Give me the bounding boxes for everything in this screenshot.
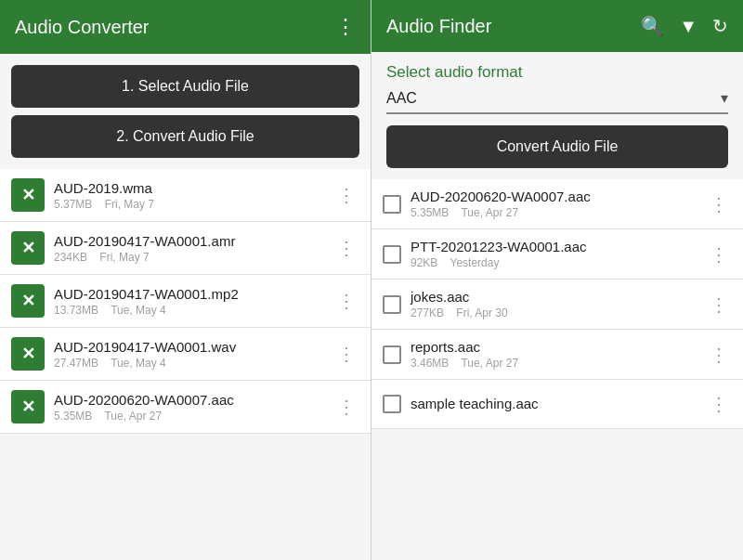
right-file-name: sample teaching.aac [411,396,697,411]
file-checkbox[interactable] [383,245,401,264]
file-name: AUD-20190417-WA0001.amr [54,233,324,249]
file-meta: 27.47MB Tue, May 4 [54,357,324,370]
refresh-icon[interactable]: ↻ [712,15,728,37]
left-buttons: 1. Select Audio File 2. Convert Audio Fi… [0,54,371,162]
file-meta: 5.37MB Fri, May 7 [54,198,324,211]
select-audio-button[interactable]: 1. Select Audio File [11,65,359,108]
file-info: AUD-2019.wma 5.37MB Fri, May 7 [54,180,324,211]
list-item: ✕ AUD-20200620-WA0007.aac 5.35MB Tue, Ap… [0,381,371,434]
file-more-icon[interactable]: ⋮ [706,389,732,419]
list-item: reports.aac 3.46MB Tue, Apr 27 ⋮ [372,330,743,380]
right-file-meta: 92KB Yesterday [411,256,697,269]
file-icon: ✕ [11,337,45,371]
right-file-name: PTT-20201223-WA0001.aac [411,239,697,254]
left-panel: Audio Converter ⋮ 1. Select Audio File 2… [0,0,372,560]
right-header: Audio Finder 🔍 ▼ ↻ [372,0,743,52]
right-file-info: PTT-20201223-WA0001.aac 92KB Yesterday [411,239,697,269]
right-file-info: AUD-20200620-WA0007.aac 5.35MB Tue, Apr … [411,189,697,219]
file-name: AUD-20200620-WA0007.aac [54,392,324,408]
file-info: AUD-20190417-WA0001.amr 234KB Fri, May 7 [54,233,324,264]
right-file-info: reports.aac 3.46MB Tue, Apr 27 [411,339,697,370]
right-file-meta: 3.46MB Tue, Apr 27 [411,357,697,370]
file-name: AUD-2019.wma [54,180,324,196]
file-checkbox[interactable] [383,295,401,314]
right-file-meta: 277KB Fri, Apr 30 [411,306,697,319]
file-checkbox[interactable] [383,395,401,413]
chevron-down-icon: ▾ [721,89,728,107]
convert-audio-button-left[interactable]: 2. Convert Audio File [11,115,359,158]
right-file-list: AUD-20200620-WA0007.aac 5.35MB Tue, Apr … [372,179,743,560]
left-panel-title: Audio Converter [15,17,150,38]
format-label: Select audio format [386,63,728,82]
file-icon: ✕ [11,284,45,318]
right-file-name: AUD-20200620-WA0007.aac [411,189,697,204]
file-info: AUD-20200620-WA0007.aac 5.35MB Tue, Apr … [54,392,324,423]
file-more-icon[interactable]: ⋮ [706,240,732,269]
list-item: ✕ AUD-20190417-WA0001.mp2 13.73MB Tue, M… [0,275,371,328]
file-more-icon[interactable]: ⋮ [333,180,359,210]
file-icon: ✕ [11,178,45,212]
file-more-icon[interactable]: ⋮ [333,233,359,263]
right-panel: Audio Finder 🔍 ▼ ↻ Select audio format A… [372,0,743,560]
file-icon: ✕ [11,390,45,423]
file-more-icon[interactable]: ⋮ [333,286,359,316]
file-icon: ✕ [11,231,45,265]
right-file-meta: 5.35MB Tue, Apr 27 [411,206,697,219]
right-content: Select audio format AAC ▾ Convert Audio … [372,52,743,179]
file-info: AUD-20190417-WA0001.mp2 13.73MB Tue, May… [54,286,324,317]
list-item: ✕ AUD-20190417-WA0001.amr 234KB Fri, May… [0,222,371,275]
file-more-icon[interactable]: ⋮ [706,290,732,319]
file-more-icon[interactable]: ⋮ [706,340,732,370]
list-item: PTT-20201223-WA0001.aac 92KB Yesterday ⋮ [372,229,743,280]
file-meta: 234KB Fri, May 7 [54,251,324,264]
list-item: ✕ AUD-20190417-WA0001.wav 27.47MB Tue, M… [0,328,371,381]
file-name: AUD-20190417-WA0001.wav [54,339,324,355]
file-more-icon[interactable]: ⋮ [706,189,732,219]
right-panel-title: Audio Finder [386,16,491,37]
right-file-info: jokes.aac 277KB Fri, Apr 30 [411,289,697,319]
right-file-info: sample teaching.aac [411,396,697,413]
left-file-list: ✕ AUD-2019.wma 5.37MB Fri, May 7 ⋮ ✕ AUD… [0,162,371,560]
list-item: sample teaching.aac ⋮ [372,380,743,429]
list-item: AUD-20200620-WA0007.aac 5.35MB Tue, Apr … [372,179,743,229]
convert-audio-file-button[interactable]: Convert Audio File [386,125,728,168]
format-value: AAC [386,90,417,107]
list-item: ✕ AUD-2019.wma 5.37MB Fri, May 7 ⋮ [0,169,371,222]
right-header-icons: 🔍 ▼ ↻ [641,15,728,37]
file-info: AUD-20190417-WA0001.wav 27.47MB Tue, May… [54,339,324,370]
file-name: AUD-20190417-WA0001.mp2 [54,286,324,302]
left-header: Audio Converter ⋮ [0,0,371,54]
format-dropdown[interactable]: AAC ▾ [386,89,728,114]
file-more-icon[interactable]: ⋮ [333,339,359,369]
file-meta: 5.35MB Tue, Apr 27 [54,410,324,423]
file-checkbox[interactable] [383,345,401,364]
filter-icon[interactable]: ▼ [679,16,697,37]
file-checkbox[interactable] [383,195,401,214]
right-file-name: jokes.aac [411,289,697,305]
list-item: jokes.aac 277KB Fri, Apr 30 ⋮ [372,280,743,330]
file-meta: 13.73MB Tue, May 4 [54,304,324,317]
left-more-icon[interactable]: ⋮ [335,15,356,39]
right-file-name: reports.aac [411,339,697,355]
file-more-icon[interactable]: ⋮ [333,392,359,422]
search-icon[interactable]: 🔍 [641,15,664,37]
